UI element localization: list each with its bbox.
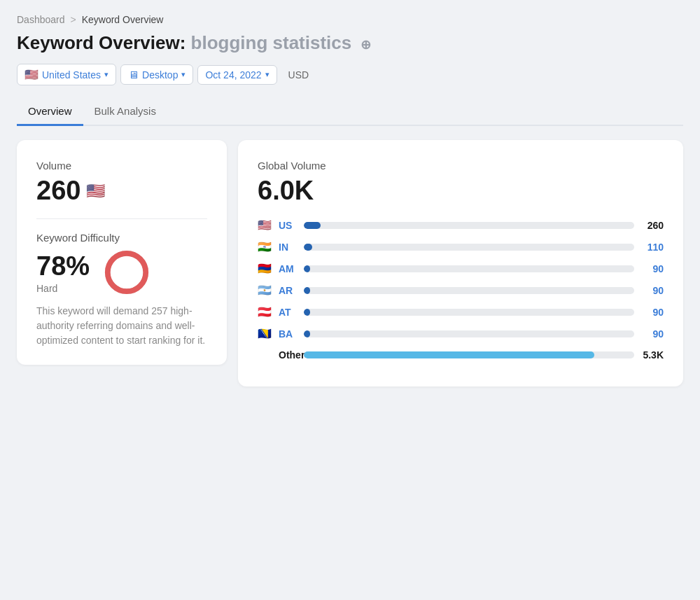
date-filter[interactable]: Oct 24, 2022 ▾	[197, 65, 276, 85]
page-title-keyword: blogging statistics	[191, 32, 352, 53]
count-us: 260	[640, 220, 664, 231]
flag-ba: 🇧🇦	[258, 327, 273, 340]
bar-fill-us	[304, 222, 321, 229]
code-at: AT	[279, 307, 298, 318]
breadcrumb-separator: >	[71, 14, 76, 25]
bar-bg-am	[304, 265, 634, 272]
svg-point-1	[108, 253, 146, 291]
volume-flag: 🇺🇸	[86, 182, 105, 200]
bar-bg-other	[304, 351, 634, 358]
volume-value: 260 🇺🇸	[36, 176, 207, 206]
breadcrumb-current: Keyword Overview	[82, 14, 164, 25]
bar-fill-other	[304, 351, 594, 358]
bar-bg-ar	[304, 287, 634, 294]
count-am: 90	[640, 263, 664, 274]
difficulty-desc: This keyword will demand 257 high-author…	[36, 304, 207, 348]
add-keyword-icon[interactable]: ⊕	[360, 38, 371, 52]
country-row-am: 🇦🇲 AM 90	[258, 262, 664, 275]
country-row-ba: 🇧🇦 BA 90	[258, 327, 664, 340]
code-us: US	[279, 220, 298, 231]
difficulty-pct: 78%	[36, 251, 90, 281]
country-chevron-icon: ▾	[104, 70, 108, 79]
code-ba: BA	[279, 328, 298, 340]
count-ar: 90	[640, 285, 664, 296]
country-filter[interactable]: 🇺🇸 United States ▾	[17, 64, 116, 85]
count-other: 5.3K	[640, 349, 664, 361]
country-row-at: 🇦🇹 AT 90	[258, 305, 664, 319]
count-ba: 90	[640, 328, 664, 340]
monitor-icon: 🖥	[128, 69, 139, 81]
bar-bg-ba	[304, 330, 634, 337]
currency-label: USD	[281, 66, 316, 84]
country-label: United States	[42, 69, 101, 81]
code-in: IN	[279, 242, 298, 253]
code-other: Other	[279, 349, 298, 361]
global-volume-value: 6.0K	[258, 176, 664, 206]
bar-fill-in	[304, 244, 312, 251]
bar-fill-at	[304, 309, 310, 316]
device-chevron-icon: ▾	[181, 70, 186, 79]
difficulty-label: Keyword Difficulty	[36, 232, 207, 244]
bar-bg-in	[304, 244, 634, 251]
date-chevron-icon: ▾	[265, 70, 270, 79]
global-volume-label: Global Volume	[258, 160, 664, 172]
device-label: Desktop	[142, 69, 178, 81]
cards-row: Volume 260 🇺🇸 Keyword Difficulty 78% Har…	[17, 140, 683, 386]
difficulty-rating: Hard	[36, 283, 90, 294]
bar-fill-ba	[304, 330, 310, 337]
breadcrumb-home[interactable]: Dashboard	[17, 14, 65, 25]
flag-at: 🇦🇹	[258, 305, 273, 319]
breadcrumb: Dashboard > Keyword Overview	[17, 14, 683, 25]
country-row-us: 🇺🇸 US 260	[258, 218, 664, 232]
bar-bg-us	[304, 222, 634, 229]
bar-fill-ar	[304, 287, 310, 294]
country-row-other: 🏳 Other 5.3K	[258, 349, 664, 361]
difficulty-row: 78% Hard	[36, 248, 207, 297]
page-title-prefix: Keyword Overview:	[17, 32, 186, 53]
count-in: 110	[640, 242, 664, 253]
flag-in: 🇮🇳	[258, 240, 273, 253]
tab-bulk-analysis[interactable]: Bulk Analysis	[83, 98, 167, 126]
bar-fill-am	[304, 265, 310, 272]
code-ar: AR	[279, 285, 298, 296]
flag-us: 🇺🇸	[258, 218, 273, 232]
device-filter[interactable]: 🖥 Desktop ▾	[120, 64, 193, 85]
country-row-ar: 🇦🇷 AR 90	[258, 284, 664, 297]
flag-am: 🇦🇲	[258, 262, 273, 275]
count-at: 90	[640, 307, 664, 318]
country-flag: 🇺🇸	[24, 68, 38, 81]
country-row-in: 🇮🇳 IN 110	[258, 240, 664, 253]
filters-row: 🇺🇸 United States ▾ 🖥 Desktop ▾ Oct 24, 2…	[17, 64, 683, 85]
date-label: Oct 24, 2022	[205, 69, 261, 81]
divider	[36, 218, 207, 219]
difficulty-donut	[102, 248, 151, 297]
difficulty-left: 78% Hard	[36, 251, 90, 294]
bar-bg-at	[304, 309, 634, 316]
country-rows: 🇺🇸 US 260 🇮🇳 IN 110 🇦🇲 AM	[258, 218, 664, 361]
volume-card: Volume 260 🇺🇸 Keyword Difficulty 78% Har…	[17, 140, 227, 365]
volume-label: Volume	[36, 160, 207, 172]
code-am: AM	[279, 263, 298, 274]
flag-ar: 🇦🇷	[258, 284, 273, 297]
tabs-row: Overview Bulk Analysis	[17, 98, 683, 126]
tab-overview[interactable]: Overview	[17, 98, 83, 126]
page-title: Keyword Overview: blogging statistics ⊕	[17, 32, 683, 54]
global-volume-card: Global Volume 6.0K 🇺🇸 US 260 🇮🇳 IN 110	[238, 140, 683, 386]
